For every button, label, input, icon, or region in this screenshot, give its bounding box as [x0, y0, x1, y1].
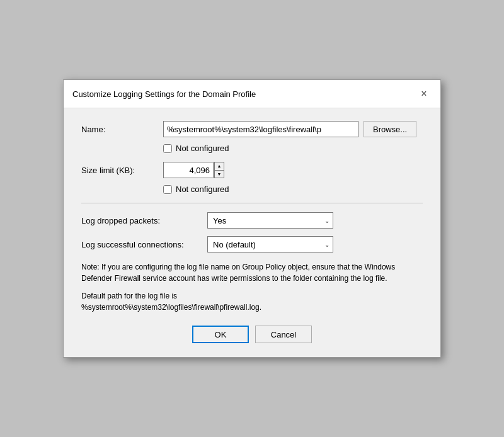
dialog-body: Name: Browse... Not configured Size limi… [64, 108, 440, 357]
size-not-configured-label: Not configured [176, 184, 229, 194]
size-input-group: ▲ ▼ [163, 162, 224, 178]
log-successful-wrapper: Yes No (default) Not configured ⌄ [207, 236, 333, 253]
dialog-title: Customize Logging Settings for the Domai… [72, 89, 256, 99]
name-input[interactable] [163, 121, 358, 137]
log-successful-label: Log successful connections: [81, 240, 207, 249]
log-successful-select[interactable]: Yes No (default) Not configured [207, 236, 333, 253]
title-bar: Customize Logging Settings for the Domai… [64, 80, 440, 108]
note-text: Note: If you are configuring the log fil… [81, 261, 423, 284]
size-input[interactable] [163, 162, 214, 178]
default-path-text: Default path for the log file is %system… [81, 290, 423, 313]
close-button[interactable]: × [416, 86, 432, 101]
size-not-configured-row: Not configured [163, 184, 423, 194]
name-not-configured-label: Not configured [176, 144, 229, 153]
cancel-button[interactable]: Cancel [255, 326, 312, 343]
log-successful-row: Log successful connections: Yes No (defa… [81, 236, 423, 253]
size-row: Size limit (KB): ▲ ▼ [81, 162, 423, 178]
dialog: Customize Logging Settings for the Domai… [63, 79, 441, 358]
log-dropped-wrapper: Yes No Not configured ⌄ [207, 212, 333, 229]
log-dropped-label: Log dropped packets: [81, 216, 207, 225]
name-field-group: Browse... [163, 121, 423, 137]
browse-button[interactable]: Browse... [364, 121, 416, 137]
ok-button[interactable]: OK [192, 326, 249, 343]
name-label: Name: [81, 125, 163, 134]
default-path-label: Default path for the log file is [81, 292, 177, 300]
size-label: Size limit (KB): [81, 166, 163, 175]
log-dropped-select[interactable]: Yes No Not configured [207, 212, 333, 229]
size-spinner: ▲ ▼ [214, 162, 224, 178]
spinner-up-button[interactable]: ▲ [215, 162, 224, 171]
size-not-configured-checkbox[interactable] [163, 185, 172, 194]
spinner-down-button[interactable]: ▼ [215, 171, 224, 178]
name-row: Name: Browse... [81, 121, 423, 137]
divider [81, 203, 423, 203]
log-dropped-row: Log dropped packets: Yes No Not configur… [81, 212, 423, 229]
button-row: OK Cancel [81, 323, 423, 347]
name-not-configured-checkbox[interactable] [163, 144, 172, 153]
name-not-configured-row: Not configured [163, 144, 423, 153]
default-path-value: %systemroot%\system32\logfiles\firewall\… [81, 303, 261, 312]
